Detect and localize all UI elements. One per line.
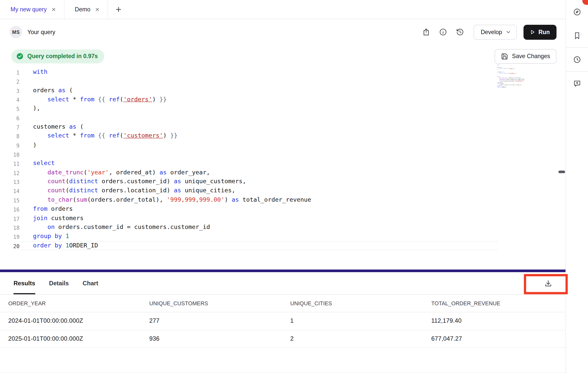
table-cell: 936 bbox=[141, 335, 282, 342]
play-icon bbox=[529, 29, 535, 35]
code-line[interactable]: 7customers as ( bbox=[0, 122, 566, 131]
save-changes-button[interactable]: Save Changes bbox=[495, 49, 556, 64]
check-circle-icon bbox=[16, 53, 24, 60]
results-panel: Results Details Chart ORDER_YEARUNIQUE_C… bbox=[0, 272, 566, 373]
main-area: My new query × Demo × + MS Your query bbox=[0, 0, 566, 373]
code-line[interactable]: 17join customers bbox=[0, 214, 566, 223]
line-number: 5 bbox=[0, 104, 19, 113]
line-number: 1 bbox=[0, 67, 19, 77]
code-line[interactable]: 12 date_trunc('year', ordered_at) as ord… bbox=[0, 168, 566, 177]
right-sidebar bbox=[566, 0, 588, 373]
line-number: 14 bbox=[0, 186, 19, 195]
column-header[interactable]: UNIQUE_CITIES bbox=[282, 300, 423, 306]
code-line-content bbox=[19, 113, 37, 122]
minimap-content: withorders as ( select * from {{ ref('or… bbox=[497, 64, 524, 88]
table-header-row: ORDER_YEARUNIQUE_CUSTOMERSUNIQUE_CITIEST… bbox=[0, 294, 566, 312]
develop-dropdown[interactable]: Develop bbox=[474, 25, 517, 39]
download-icon bbox=[544, 279, 552, 287]
tab-my-new-query[interactable]: My new query × bbox=[0, 0, 64, 19]
table-cell: 1 bbox=[282, 318, 423, 324]
code-editor[interactable]: 1with2 3orders as (4 select * from {{ re… bbox=[0, 64, 566, 269]
history-button[interactable] bbox=[453, 25, 467, 39]
code-line-content: from orders bbox=[19, 204, 73, 214]
compass-icon bbox=[573, 8, 581, 16]
table-cell: 112,179.40 bbox=[423, 318, 566, 324]
code-line[interactable]: 1with bbox=[0, 67, 566, 77]
code-line-content: join customers bbox=[19, 214, 83, 223]
code-line[interactable]: 8 select * from {{ ref('customers') }} bbox=[0, 131, 566, 141]
code-line[interactable]: 3orders as ( bbox=[0, 86, 566, 95]
code-line-content: customers as ( bbox=[19, 122, 83, 131]
bookmark-icon bbox=[573, 31, 581, 40]
history-panel-button[interactable] bbox=[566, 48, 588, 71]
run-button[interactable]: Run bbox=[524, 25, 557, 39]
bookmark-button[interactable] bbox=[566, 24, 588, 47]
code-line[interactable]: 14 count(distinct orders.location_id) as… bbox=[0, 186, 566, 195]
table-cell: 2024-01-01T00:00:00.000Z bbox=[0, 318, 141, 324]
line-number: 7 bbox=[0, 122, 19, 131]
code-line-content: select * from {{ ref('customers') }} bbox=[19, 131, 177, 141]
tab-demo[interactable]: Demo × bbox=[64, 0, 108, 19]
code-line[interactable]: 2 bbox=[0, 77, 566, 86]
line-number: 18 bbox=[0, 223, 19, 232]
tab-bar: My new query × Demo × + bbox=[0, 0, 566, 19]
table-cell: 2025-01-01T00:00:00.000Z bbox=[0, 335, 141, 342]
tab-details[interactable]: Details bbox=[49, 272, 69, 294]
code-line-content: with bbox=[19, 67, 48, 77]
develop-label: Develop bbox=[481, 29, 502, 35]
code-line-content: group by 1 bbox=[19, 232, 69, 241]
code-line[interactable]: 18 on orders.customer_id = customers.cus… bbox=[0, 223, 566, 232]
code-line-content bbox=[19, 77, 37, 86]
line-number: 11 bbox=[0, 159, 19, 168]
feedback-button[interactable] bbox=[566, 72, 588, 95]
table-cell: 277 bbox=[141, 318, 282, 324]
share-icon bbox=[422, 28, 430, 36]
status-row: Query completed in 0.97s Save Changes bbox=[0, 45, 566, 64]
code-line[interactable]: 10 bbox=[0, 150, 566, 159]
minimap[interactable]: withorders as ( select * from {{ ref('or… bbox=[497, 64, 524, 91]
code-line[interactable]: 4 select * from {{ ref('orders') }} bbox=[0, 95, 566, 104]
code-line-content: orders as ( bbox=[19, 86, 73, 95]
code-line[interactable]: 11select bbox=[0, 159, 566, 168]
avatar: MS bbox=[10, 26, 22, 38]
code-line[interactable]: 5), bbox=[0, 104, 566, 113]
code-line[interactable]: 15 to_char(sum(orders.order_total), '999… bbox=[0, 195, 566, 204]
tab-label: My new query bbox=[11, 6, 47, 13]
column-header[interactable]: UNIQUE_CUSTOMERS bbox=[141, 300, 282, 306]
page-title: Your query bbox=[27, 29, 55, 35]
code-lines: 1with2 3orders as (4 select * from {{ re… bbox=[0, 67, 566, 250]
info-button[interactable] bbox=[437, 25, 450, 39]
save-label: Save Changes bbox=[512, 53, 550, 60]
code-line-content: date_trunc('year', ordered_at) as order_… bbox=[19, 168, 210, 177]
table-cell: 2 bbox=[282, 335, 423, 342]
line-number: 8 bbox=[0, 131, 19, 141]
code-line[interactable]: 19group by 1 bbox=[0, 232, 566, 241]
panel-splitter[interactable] bbox=[0, 270, 566, 272]
code-line[interactable]: 16from orders bbox=[0, 204, 566, 214]
new-tab-button[interactable]: + bbox=[108, 0, 129, 19]
header-actions: Develop Run bbox=[420, 25, 556, 39]
code-line[interactable]: 9) bbox=[0, 141, 566, 150]
code-line-content: count(distinct orders.location_id) as un… bbox=[19, 186, 235, 195]
column-header[interactable]: ORDER_YEAR bbox=[0, 300, 141, 306]
chevron-down-icon bbox=[505, 29, 511, 35]
table-row: 2025-01-01T00:00:00.000Z9362677,047.27 bbox=[0, 330, 566, 348]
line-number: 9 bbox=[0, 141, 19, 150]
download-button[interactable] bbox=[540, 275, 556, 291]
app-root: My new query × Demo × + MS Your query bbox=[0, 0, 588, 373]
line-number: 10 bbox=[0, 150, 19, 159]
line-number: 13 bbox=[0, 177, 19, 186]
code-line-content: order by 1ORDER_ID bbox=[19, 241, 498, 250]
code-line[interactable]: 13 count(distinct orders.customer_id) as… bbox=[0, 177, 566, 186]
share-button[interactable] bbox=[420, 25, 433, 39]
code-line[interactable]: 6 bbox=[0, 113, 566, 122]
table-cell: 677,047.27 bbox=[423, 335, 566, 342]
code-line[interactable]: 20order by 1ORDER_ID bbox=[0, 241, 566, 250]
sidebar-resize-handle[interactable] bbox=[558, 171, 565, 173]
close-icon[interactable]: × bbox=[95, 6, 99, 13]
results-tab-bar: Results Details Chart bbox=[0, 272, 566, 294]
close-icon[interactable]: × bbox=[52, 6, 56, 13]
tab-chart[interactable]: Chart bbox=[83, 272, 98, 294]
column-header[interactable]: TOTAL_ORDER_REVENUE bbox=[423, 300, 566, 306]
tab-results[interactable]: Results bbox=[13, 272, 35, 294]
